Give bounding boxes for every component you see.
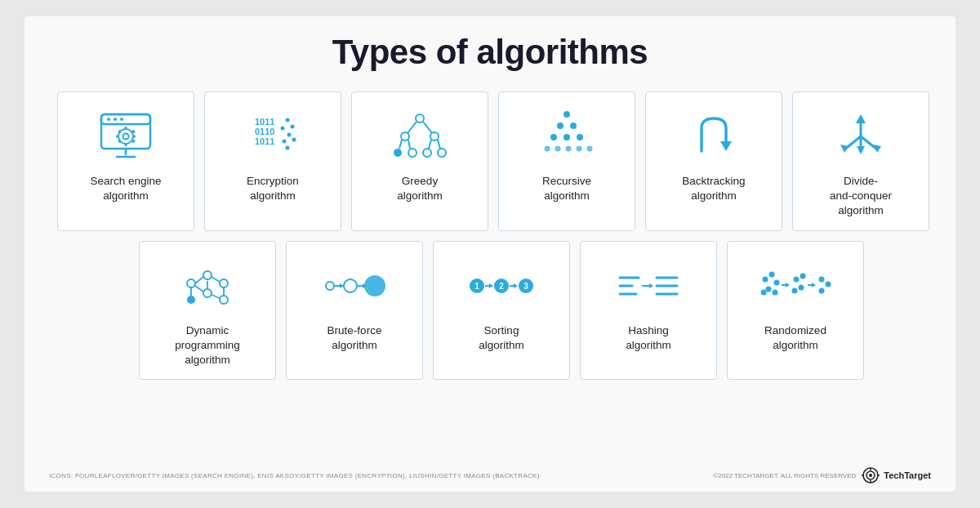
svg-text:1011: 1011 xyxy=(255,136,274,146)
svg-marker-87 xyxy=(514,283,518,288)
svg-point-43 xyxy=(550,134,557,140)
svg-point-64 xyxy=(220,279,228,287)
svg-text:1011: 1011 xyxy=(255,117,274,127)
svg-point-46 xyxy=(545,145,550,151)
greedy-icon xyxy=(391,107,448,166)
svg-point-45 xyxy=(577,134,583,140)
brute-force-icon xyxy=(322,256,387,315)
svg-point-101 xyxy=(766,287,772,292)
svg-marker-51 xyxy=(720,141,732,151)
brute-force-label: Brute-forcealgorithm xyxy=(327,323,382,353)
techtarget-logo: TechTarget xyxy=(861,467,931,483)
svg-point-20 xyxy=(285,118,289,122)
svg-line-37 xyxy=(408,140,410,149)
randomized-icon xyxy=(759,256,832,315)
search-engine-icon xyxy=(97,107,154,166)
svg-point-102 xyxy=(773,290,778,296)
svg-point-106 xyxy=(794,277,800,283)
svg-point-35 xyxy=(438,149,446,157)
svg-point-79 xyxy=(364,275,385,296)
card-brute-force: Brute-forcealgorithm xyxy=(286,241,423,381)
svg-rect-7 xyxy=(125,127,127,130)
svg-point-48 xyxy=(566,145,572,151)
svg-point-27 xyxy=(416,114,424,123)
encryption-label: Encryptionalgorithm xyxy=(247,174,299,203)
svg-point-4 xyxy=(120,118,123,121)
svg-line-69 xyxy=(212,295,220,298)
svg-point-42 xyxy=(570,123,577,129)
svg-marker-83 xyxy=(489,283,493,288)
svg-point-24 xyxy=(282,139,286,143)
divide-conquer-icon xyxy=(832,107,889,166)
svg-point-108 xyxy=(799,285,804,291)
main-card: Types of algorithms xyxy=(24,16,956,492)
svg-point-25 xyxy=(292,137,296,141)
svg-marker-58 xyxy=(857,146,865,154)
footer: ICONS: FOURLEAFLOVER/GETTY IMAGES (SEARC… xyxy=(49,467,931,483)
svg-line-66 xyxy=(195,277,203,283)
svg-point-61 xyxy=(187,296,195,304)
card-greedy: Greedyalgorithm xyxy=(351,91,488,231)
svg-point-50 xyxy=(587,145,593,151)
svg-text:3: 3 xyxy=(523,282,528,291)
encryption-icon: 1011 0110 1011 xyxy=(247,107,300,166)
backtracking-icon xyxy=(685,107,742,166)
svg-point-41 xyxy=(557,123,564,129)
svg-point-47 xyxy=(555,145,561,151)
svg-rect-8 xyxy=(125,143,127,146)
svg-line-68 xyxy=(212,277,220,282)
svg-line-36 xyxy=(399,140,402,149)
svg-point-23 xyxy=(287,132,291,136)
card-recursive: Recursivealgorithm xyxy=(498,91,635,231)
svg-point-3 xyxy=(114,118,117,121)
svg-point-6 xyxy=(123,133,129,139)
randomized-label: Randomizedalgorithm xyxy=(764,323,826,353)
row-1: Search enginealgorithm 1011 0110 1011 xyxy=(57,91,931,231)
svg-point-29 xyxy=(430,132,439,140)
row-2: Dynamicprogrammingalgorithm Brute-forcea… xyxy=(139,241,931,381)
card-randomized: Randomizedalgorithm xyxy=(727,241,864,381)
svg-point-28 xyxy=(401,132,409,140)
svg-point-117 xyxy=(869,474,872,477)
backtracking-label: Backtrackingalgorithm xyxy=(682,174,745,203)
svg-rect-10 xyxy=(132,135,136,137)
svg-line-31 xyxy=(423,122,432,133)
svg-point-26 xyxy=(285,145,289,149)
dynamic-programming-icon xyxy=(179,256,236,315)
svg-point-34 xyxy=(423,149,431,157)
svg-point-109 xyxy=(792,288,798,294)
svg-point-114 xyxy=(819,288,825,294)
svg-point-112 xyxy=(819,277,825,283)
svg-point-63 xyxy=(203,289,212,297)
footer-copyright: ©2022 TECHTARGET. ALL RIGHTS RESERVED xyxy=(713,472,856,479)
svg-line-39 xyxy=(438,140,440,149)
svg-point-2 xyxy=(107,118,110,121)
card-hashing: Hashingalgorithm xyxy=(580,241,717,381)
svg-point-40 xyxy=(564,111,570,118)
recursive-label: Recursivealgorithm xyxy=(542,174,591,203)
svg-point-100 xyxy=(774,280,780,286)
svg-text:0110: 0110 xyxy=(255,127,274,136)
card-backtracking: Backtrackingalgorithm xyxy=(645,91,782,231)
svg-point-113 xyxy=(826,282,831,287)
svg-line-30 xyxy=(408,122,416,133)
svg-point-33 xyxy=(408,149,416,157)
divide-conquer-label: Divide-and-conqueralgorithm xyxy=(830,174,892,219)
dynamic-programming-label: Dynamicprogrammingalgorithm xyxy=(175,323,240,368)
footer-right: ©2022 TECHTARGET. ALL RIGHTS RESERVED Te… xyxy=(713,467,931,483)
svg-line-38 xyxy=(429,140,431,149)
svg-point-76 xyxy=(344,279,357,292)
svg-point-65 xyxy=(220,296,228,304)
svg-point-60 xyxy=(187,279,195,287)
svg-line-67 xyxy=(195,286,203,292)
greedy-label: Greedyalgorithm xyxy=(397,174,443,203)
svg-point-32 xyxy=(394,149,402,157)
svg-point-107 xyxy=(800,274,806,279)
card-search-engine: Search enginealgorithm xyxy=(57,91,194,231)
svg-point-103 xyxy=(761,290,767,296)
brand-name: TechTarget xyxy=(884,470,931,480)
footer-credits: ICONS: FOURLEAFLOVER/GETTY IMAGES (SEARC… xyxy=(49,472,540,479)
hashing-icon xyxy=(616,256,681,315)
page-title: Types of algorithms xyxy=(49,33,931,72)
svg-point-62 xyxy=(203,271,212,279)
